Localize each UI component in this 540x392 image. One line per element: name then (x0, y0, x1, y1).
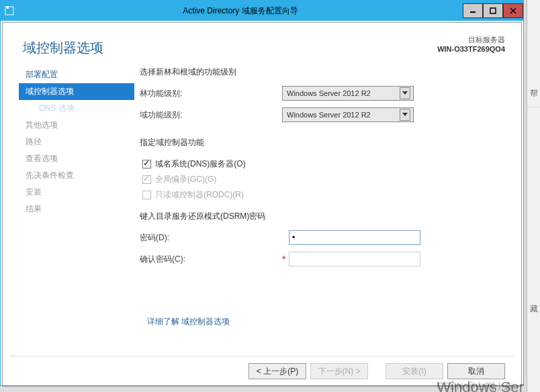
rodc-checkbox-label: 只读域控制器(RODC)(R) (155, 189, 244, 201)
dsrm-heading: 键入目录服务还原模式(DSRM)密码 (140, 211, 505, 222)
app-icon (1, 1, 18, 21)
gc-checkbox-row: 全局编录(GC)(G) (140, 172, 505, 187)
maximize-button[interactable] (483, 3, 503, 18)
server-info: 目标服务器 WIN-O33TF269QO4 (437, 35, 505, 53)
sidebar-item-prereq: 先决条件检查 (19, 167, 134, 184)
required-indicator: * (282, 254, 287, 264)
dns-checkbox-label: 域名系统(DNS)服务器(O) (155, 158, 246, 170)
sidebar-item-deployment[interactable]: 部署配置 (19, 66, 134, 83)
learn-more-link[interactable]: 详细了解 域控制器选项 (147, 313, 230, 330)
window-controls (463, 4, 523, 18)
dc-capabilities-heading: 指定域控制器功能 (140, 137, 505, 148)
rodc-checkbox-row: 只读域控制器(RODC)(R) (140, 187, 505, 203)
close-button[interactable] (503, 3, 523, 18)
forest-level-select[interactable]: Windows Server 2012 R2 (282, 86, 414, 101)
target-server-name: WIN-O33TF269QO4 (437, 45, 505, 53)
functional-level-heading: 选择新林和根域的功能级别 (140, 66, 505, 78)
wizard-window: Active Directory 域服务配置向导 域控制器选项 目标服务器 WI… (0, 0, 524, 386)
svg-rect-3 (490, 8, 496, 13)
chevron-down-icon (400, 87, 410, 99)
domain-level-value: Windows Server 2012 R2 (287, 111, 371, 119)
strip-hide[interactable]: 藏 (527, 295, 540, 322)
titlebar: Active Directory 域服务配置向导 (1, 1, 523, 21)
rodc-checkbox (142, 191, 151, 199)
window-title: Active Directory 域服务配置向导 (18, 5, 463, 17)
confirm-password-row: 确认密码(C): * (140, 252, 505, 266)
domain-level-select[interactable]: Windows Server 2012 R2 (282, 107, 414, 122)
forest-level-value: Windows Server 2012 R2 (287, 89, 371, 97)
footer-buttons: < 上一步(P) 下一步(N) > 安装(I) 取消 (9, 356, 514, 379)
password-label: 密码(D): (140, 232, 282, 244)
sidebar-item-dns-options[interactable]: DNS 选项 (19, 100, 134, 117)
sidebar-item-results: 结果 (19, 201, 134, 217)
dns-checkbox-row[interactable]: 域名系统(DNS)服务器(O) (140, 156, 505, 172)
confirm-password-input[interactable] (289, 252, 420, 266)
forest-level-row: 林功能级别: Windows Server 2012 R2 (140, 86, 505, 101)
page-title: 域控制器选项 (23, 35, 103, 57)
domain-level-row: 域功能级别: Windows Server 2012 R2 (140, 107, 505, 122)
strip-help[interactable]: 帮 (527, 81, 540, 107)
cancel-button[interactable]: 取消 (447, 363, 505, 379)
content-area: 域控制器选项 目标服务器 WIN-O33TF269QO4 部署配置 域控制器选项… (2, 22, 522, 387)
sidebar-item-dc-options[interactable]: 域控制器选项 (19, 83, 134, 100)
body-row: 部署配置 域控制器选项 DNS 选项 其他选项 路径 查看选项 先决条件检查 安… (9, 62, 514, 356)
svg-rect-0 (5, 7, 13, 15)
sidebar: 部署配置 域控制器选项 DNS 选项 其他选项 路径 查看选项 先决条件检查 安… (19, 66, 134, 356)
install-button: 安装(I) (386, 363, 443, 379)
svg-rect-1 (7, 6, 9, 9)
previous-button[interactable]: < 上一步(P) (249, 363, 306, 379)
chevron-down-icon (400, 109, 410, 121)
dns-checkbox[interactable] (142, 160, 151, 168)
required-indicator (282, 232, 287, 243)
gc-checkbox (142, 175, 151, 184)
main-panel: 选择新林和根域的功能级别 林功能级别: Windows Server 2012 … (134, 66, 505, 356)
sidebar-item-paths: 路径 (19, 134, 134, 150)
password-input[interactable] (289, 230, 420, 245)
header-row: 域控制器选项 目标服务器 WIN-O33TF269QO4 (9, 35, 514, 62)
sidebar-item-additional: 其他选项 (19, 117, 134, 134)
domain-level-label: 域功能级别: (140, 109, 282, 121)
target-server-label: 目标服务器 (437, 35, 505, 45)
sidebar-item-install: 安装 (19, 184, 134, 201)
svg-marker-6 (402, 91, 408, 95)
confirm-password-label: 确认密码(C): (140, 254, 282, 265)
sidebar-item-review: 查看选项 (19, 150, 134, 167)
minimize-button[interactable] (463, 3, 483, 18)
password-row: 密码(D): (140, 230, 505, 245)
svg-marker-7 (402, 113, 408, 116)
right-panel-strip: 帮 藏 (527, 0, 540, 392)
forest-level-label: 林功能级别: (140, 88, 282, 99)
next-button: 下一步(N) > (310, 363, 368, 379)
gc-checkbox-label: 全局编录(GC)(G) (155, 174, 216, 185)
